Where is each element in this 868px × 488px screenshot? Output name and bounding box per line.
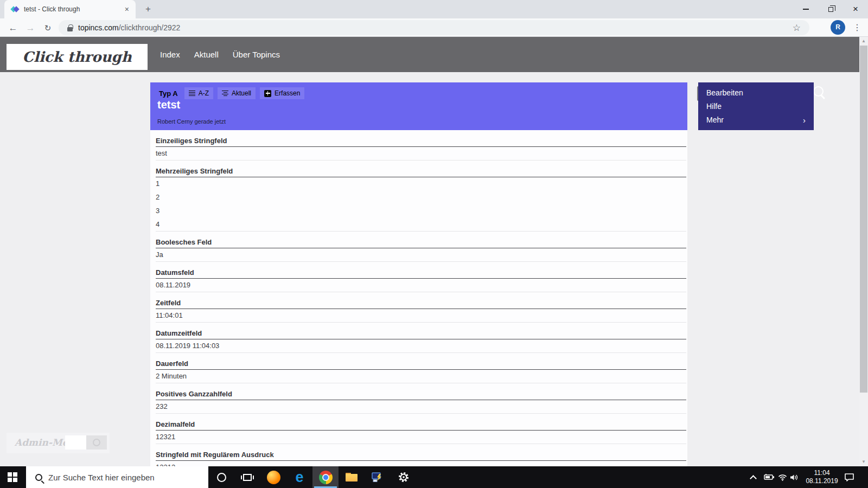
field-value: 3 [156,204,686,218]
field-value: 2 Minuten [156,370,686,383]
field-value: 08.11.2019 11:04:03 [156,339,686,353]
aktuell-button[interactable]: Aktuell [218,87,256,99]
action-center-button[interactable] [844,466,854,488]
topic-banner: Typ A A-Z Aktuell Erfassen tetst Robert … [150,82,687,130]
field-value: 4 [156,218,686,232]
site-favicon-icon [11,5,20,14]
admin-mode-toggle[interactable] [65,435,107,450]
az-button-label: A-Z [199,89,209,97]
remote-desktop-button[interactable] [365,466,391,488]
windows-logo-icon [8,472,17,482]
banner-toolbar: Typ A A-Z Aktuell Erfassen [157,87,304,99]
bookmark-star-icon[interactable]: ☆ [793,22,801,34]
field-block: Datumsfeld 08.11.2019 [156,262,686,292]
battery-button[interactable] [764,466,775,488]
field-block: Datumzeitfeld 08.11.2019 11:04:03 [156,323,686,353]
folder-icon [346,473,358,481]
field-label: Datumsfeld [156,262,686,279]
context-menu: Bearbeiten Hilfe Mehr › [698,82,814,130]
field-value: Ja [156,248,686,262]
file-explorer-button[interactable] [339,466,365,488]
url-domain: topincs.com [78,23,119,32]
field-list: Einzeiliges Stringfeld test Mehrzeiliges… [150,130,687,466]
edge-icon: e [295,471,303,484]
field-value: test [156,147,686,160]
site-header: Click through Index Aktuell Über Topincs… [0,37,859,72]
task-view-button[interactable] [234,466,260,488]
field-block: Dezimalfeld 12321 [156,414,686,444]
nav-item-index[interactable]: Index [160,50,180,59]
browser-menu-icon[interactable]: ⋮ [853,21,861,35]
volume-button[interactable] [790,466,799,488]
clock-date: 08.11.2019 [805,477,839,485]
task-view-icon [243,474,252,481]
gear-icon [398,471,410,483]
chrome-icon [319,471,333,484]
close-window-button[interactable]: × [843,0,868,18]
chevron-up-icon [750,475,757,482]
plus-icon [264,90,271,97]
forward-button[interactable]: → [24,22,37,35]
reload-button[interactable]: ↻ [41,22,54,35]
field-value: 12321 [156,431,686,444]
speaker-icon [790,474,799,481]
minimize-button[interactable] [793,0,818,18]
toggle-knob-icon [86,435,107,450]
url-text: topincs.com/clickthrough/2922 [78,23,793,32]
search-icon [35,474,42,481]
restore-button[interactable] [818,0,843,18]
nav-item-aktuell[interactable]: Aktuell [194,50,219,59]
settings-button[interactable] [391,466,417,488]
site-nav: Index Aktuell Über Topincs [160,37,280,72]
scrollbar-thumb[interactable] [860,46,867,393]
new-tab-button[interactable]: + [141,3,155,15]
search-icon[interactable] [812,85,828,101]
field-block: Boolesches Feld Ja [156,232,686,262]
profile-avatar[interactable]: R [831,20,845,35]
field-label: Positives Ganzzahlfeld [156,383,686,400]
az-button[interactable]: A-Z [184,87,213,99]
browser-tab[interactable]: tetst - Click through × [4,0,136,18]
chrome-button[interactable] [312,466,339,488]
field-value: 08.11.2019 [156,279,686,292]
nav-item-ueber-topincs[interactable]: Über Topincs [233,50,280,59]
field-label: Einzeiliges Stringfeld [156,130,686,147]
aktuell-button-label: Aktuell [232,89,251,97]
chevron-right-icon: › [803,115,806,125]
menu-item-bearbeiten[interactable]: Bearbeiten [698,88,814,97]
cortana-button[interactable] [208,466,234,488]
site-logo[interactable]: Click through [7,44,148,70]
taskbar: e [0,466,868,488]
field-label: Mehrzeiliges Stringfeld [156,160,686,177]
field-label: Stringfeld mit Regulärem Ausdruck [156,444,686,461]
tray-chevron-button[interactable] [751,466,756,488]
taskbar-search-input[interactable] [48,473,200,482]
scroll-up-icon[interactable]: ▲ [859,37,868,46]
field-label: Zeitfeld [156,292,686,309]
page-scrollbar[interactable]: ▲ ▼ [859,37,868,466]
menu-item-mehr[interactable]: Mehr › [698,115,814,125]
address-bar[interactable]: topincs.com/clickthrough/2922 ☆ [59,20,809,35]
firefox-button[interactable] [260,466,286,488]
back-button[interactable]: ← [7,22,20,35]
menu-item-hilfe[interactable]: Hilfe [698,102,814,111]
erfassen-button[interactable]: Erfassen [260,87,304,99]
field-block: Einzeiliges Stringfeld test [156,130,686,160]
field-label: Dezimalfeld [156,414,686,431]
wifi-button[interactable] [778,466,787,488]
edge-button[interactable]: e [286,466,312,488]
firefox-icon [267,471,280,484]
topic-type-label: Typ A [157,88,180,99]
taskbar-clock[interactable]: 11:04 08.11.2019 [805,466,839,488]
scroll-down-icon[interactable]: ▼ [859,458,868,466]
lock-icon [67,24,73,31]
tab-close-icon[interactable]: × [123,5,131,14]
list-icon [189,91,195,97]
browser-titlebar: tetst - Click through × + × [0,0,868,18]
taskbar-search[interactable] [26,466,208,488]
start-button[interactable] [0,466,26,488]
field-label: Boolesches Feld [156,232,686,248]
erfassen-button-label: Erfassen [275,89,300,97]
field-value: 2 [156,191,686,204]
site-logo-text: Click through [22,49,131,65]
